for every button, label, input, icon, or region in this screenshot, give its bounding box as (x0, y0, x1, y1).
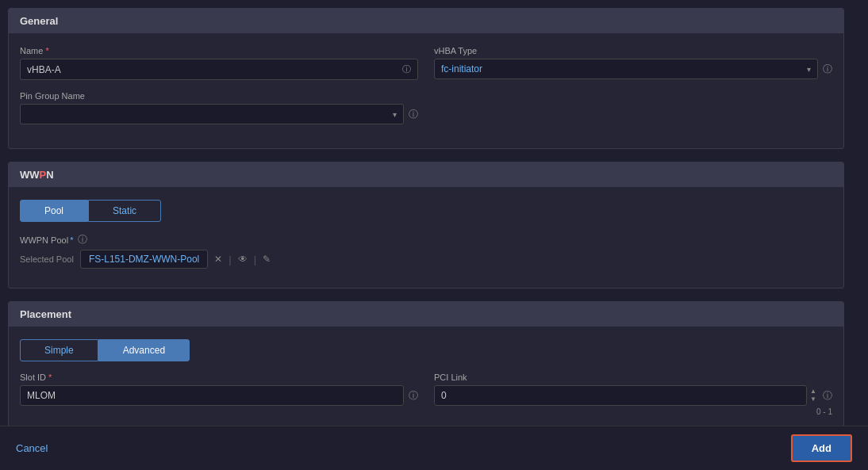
pool-actions: ✕ | 👁 | ✎ (214, 254, 271, 266)
wwpn-highlight: P (40, 169, 47, 181)
slot-id-group: Slot ID * ⓘ (20, 373, 418, 416)
vhba-type-chevron: ▾ (807, 65, 811, 74)
wwpn-pool-group: WWPN Pool * ⓘ Selected Pool FS-L151-DMZ-… (20, 233, 832, 269)
slot-pci-row: Slot ID * ⓘ PCI Link (20, 373, 832, 416)
pci-link-spinner: ▲ ▼ (808, 388, 818, 403)
placement-body: Simple Advanced Slot ID * ⓘ (9, 327, 843, 426)
scroll-area: General Name * ⓘ (0, 0, 868, 426)
general-body: Name * ⓘ vHBA Type (9, 33, 843, 148)
placement-tabs: Simple Advanced (20, 339, 832, 361)
pci-link-info-icon[interactable]: ⓘ (823, 389, 832, 403)
pin-group-label: Pin Group Name (20, 91, 418, 101)
tab-static[interactable]: Static (88, 200, 161, 222)
vhba-type-info-icon[interactable]: ⓘ (823, 63, 832, 76)
pci-link-down[interactable]: ▼ (808, 395, 818, 403)
name-input[interactable] (27, 64, 399, 75)
name-label: Name * (20, 46, 418, 55)
wwpn-pool-required: * (70, 235, 73, 245)
placement-section: Placement Simple Advanced Slot ID * (8, 301, 844, 426)
cancel-button[interactable]: Cancel (16, 442, 48, 454)
wwpn-title: WWPN (20, 169, 54, 181)
vhba-type-select[interactable]: fc-initiator (441, 63, 804, 75)
tab-advanced[interactable]: Advanced (98, 339, 190, 361)
pin-group-group: Pin Group Name ▾ ⓘ (20, 91, 418, 124)
general-section: General Name * ⓘ (8, 8, 844, 149)
footer: Cancel Add (0, 426, 868, 470)
name-input-wrapper: ⓘ (20, 59, 418, 80)
clear-pool-btn[interactable]: ✕ (214, 254, 222, 265)
view-pool-btn[interactable]: 👁 (238, 254, 248, 265)
selected-pool-row: Selected Pool FS-L151-DMZ-WWN-Pool ✕ | 👁… (20, 250, 832, 269)
pin-group-select-wrapper: ▾ (20, 104, 404, 124)
general-title: General (20, 15, 58, 27)
selected-pool-value: FS-L151-DMZ-WWN-Pool (80, 250, 208, 269)
wwpn-body: Pool Static WWPN Pool * ⓘ Selected Pool … (9, 187, 843, 288)
pci-link-up[interactable]: ▲ (808, 388, 818, 395)
name-vhba-row: Name * ⓘ vHBA Type (20, 46, 832, 80)
pci-link-input[interactable] (434, 385, 807, 406)
add-button[interactable]: Add (791, 434, 852, 462)
pin-group-spacer (434, 91, 832, 124)
slot-id-label: Slot ID * (20, 373, 418, 382)
pci-link-group: PCI Link ▲ ▼ ⓘ 0 - 1 (434, 373, 832, 416)
placement-header: Placement (9, 302, 843, 327)
pin-group-row: Pin Group Name ▾ ⓘ (20, 91, 832, 124)
name-info-icon[interactable]: ⓘ (402, 63, 411, 75)
selected-pool-label: Selected Pool (20, 254, 74, 264)
pin-group-info-icon[interactable]: ⓘ (409, 108, 418, 121)
tab-pool[interactable]: Pool (20, 200, 88, 222)
pci-link-range: 0 - 1 (434, 407, 832, 416)
pin-group-select[interactable] (27, 109, 390, 120)
wwpn-pool-label: WWPN Pool * ⓘ (20, 233, 832, 246)
placement-title: Placement (20, 308, 71, 320)
pool-sep1: | (229, 254, 231, 266)
slot-id-info-icon[interactable]: ⓘ (409, 389, 418, 403)
pin-group-chevron: ▾ (393, 110, 397, 119)
vhba-type-select-wrapper: fc-initiator ▾ (434, 59, 818, 79)
wwpn-pool-info-icon[interactable]: ⓘ (78, 233, 87, 246)
name-group: Name * ⓘ (20, 46, 418, 80)
pool-sep2: | (254, 254, 256, 266)
vhba-type-group: vHBA Type fc-initiator ▾ ⓘ (434, 46, 832, 80)
tab-simple[interactable]: Simple (20, 339, 98, 361)
pci-link-label: PCI Link (434, 373, 832, 382)
general-header: General (9, 9, 843, 33)
vhba-type-label: vHBA Type (434, 46, 832, 55)
wwpn-section: WWPN Pool Static WWPN Pool * ⓘ (8, 162, 844, 288)
edit-pool-btn[interactable]: ✎ (263, 254, 271, 265)
wwpn-tabs: Pool Static (20, 200, 832, 222)
wwpn-header: WWPN (9, 162, 843, 187)
main-container: General Name * ⓘ (0, 0, 868, 470)
slot-id-input[interactable] (20, 385, 404, 406)
